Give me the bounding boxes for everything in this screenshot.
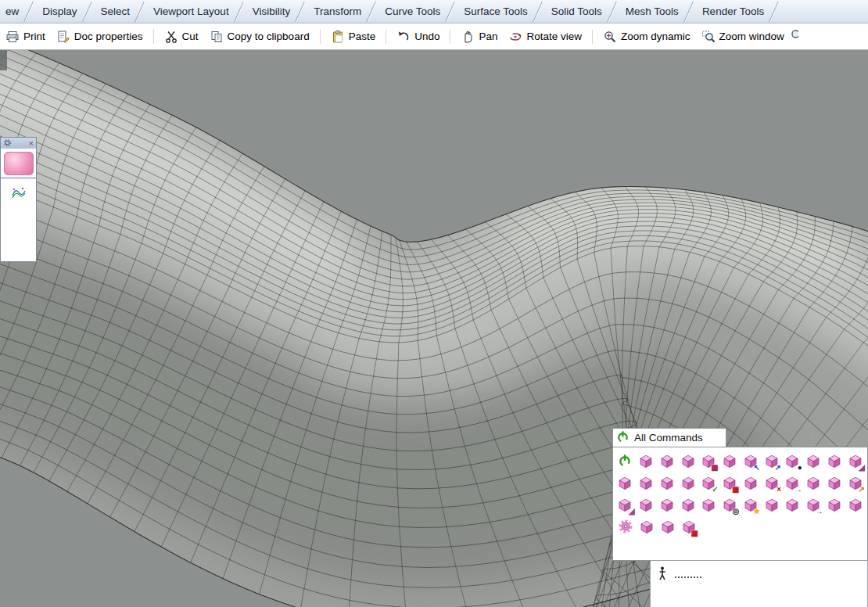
- copy-icon: [210, 30, 224, 44]
- tab-display[interactable]: Display: [30, 0, 88, 23]
- tab-render-tools-label: Render Tools: [702, 5, 764, 17]
- command-icon-mesh-dense-box[interactable]: [719, 450, 741, 472]
- command-icon-mesh-grid[interactable]: ▦: [719, 472, 741, 494]
- command-icon-mesh-pencil[interactable]: [803, 472, 824, 494]
- command-icon-mesh-plane[interactable]: [615, 472, 636, 494]
- all-commands-panel: ▦↖↗●◢✓▦×→↗◢◎★→▦: [612, 447, 868, 561]
- command-icon-mesh-sweep[interactable]: [636, 494, 657, 515]
- command-icon-edit-mesh[interactable]: →: [782, 472, 803, 494]
- zoom-window-button[interactable]: Zoom window: [696, 30, 790, 44]
- main-toolbar: Print Doc properties Cut Copy to clipboa…: [0, 23, 868, 50]
- command-icon-mesh-shear[interactable]: [824, 494, 845, 515]
- dock-icon-curves[interactable]: [4, 182, 34, 206]
- command-icon-mesh-arch[interactable]: [824, 450, 845, 472]
- zoom-icon-partial[interactable]: [790, 28, 798, 45]
- toolbar-separator: [450, 30, 450, 44]
- command-icon-mesh-cylinder[interactable]: ▦: [698, 450, 719, 472]
- print-button[interactable]: Print: [0, 30, 51, 44]
- toolbar-separator: [320, 30, 321, 44]
- tab-visibility[interactable]: Visibility: [241, 0, 303, 23]
- printer-icon: [5, 30, 20, 44]
- pan-label: Pan: [479, 31, 497, 42]
- viewport-3d[interactable]: × All Commands ▦↖↗●◢✓▦×→↗◢◎★→▦: [0, 50, 868, 607]
- magnifier-window-icon: [701, 30, 716, 44]
- left-dock-panel-header[interactable]: ×: [1, 138, 36, 149]
- command-icon-mesh-tree[interactable]: [677, 494, 698, 515]
- tab-viewport-layout[interactable]: Viewport Layout: [142, 0, 241, 23]
- command-icon-mesh-slope[interactable]: ◢: [845, 450, 866, 472]
- copy-button[interactable]: Copy to clipboard: [204, 30, 315, 44]
- rhino-app-window: ew Display Select Viewport Layout Visibi…: [0, 0, 868, 607]
- undo-arrow-icon: [396, 30, 411, 44]
- command-icon-mesh-check[interactable]: ✓: [698, 472, 719, 494]
- cut-label: Cut: [182, 31, 199, 42]
- all-commands-row: ◢◎★→: [615, 494, 866, 515]
- paste-label: Paste: [349, 31, 376, 42]
- tab-solid-tools[interactable]: Solid Tools: [540, 0, 614, 23]
- command-icon-bend-mesh[interactable]: ↗: [761, 450, 782, 472]
- zoom-window-label: Zoom window: [719, 31, 784, 42]
- tab-render-tools[interactable]: Render Tools: [690, 0, 776, 23]
- dock-divider: [1, 177, 36, 179]
- doc-properties-button[interactable]: Doc properties: [51, 30, 149, 44]
- tab-select[interactable]: Select: [89, 0, 142, 23]
- tab-transform[interactable]: Transform: [302, 0, 373, 23]
- paste-button[interactable]: Paste: [325, 30, 382, 44]
- command-strip[interactable]: [650, 560, 868, 607]
- command-icon-mesh-stack[interactable]: [657, 515, 678, 537]
- command-icon-mesh-diamond[interactable]: [636, 472, 657, 494]
- command-icon-mesh-solid-box[interactable]: [657, 450, 678, 472]
- command-icon-mesh-face[interactable]: [803, 450, 824, 472]
- rotate-arrows-icon: [508, 30, 522, 44]
- cut-button[interactable]: Cut: [159, 30, 204, 44]
- rotate-view-label: Rotate view: [526, 31, 582, 42]
- command-icon-mesh-table[interactable]: [741, 472, 762, 494]
- command-icon-mesh-ridge[interactable]: [782, 494, 803, 515]
- tab-mesh-tools[interactable]: Mesh Tools: [614, 0, 690, 23]
- undo-button[interactable]: Undo: [391, 30, 445, 44]
- command-icon-mesh-target[interactable]: ◎: [719, 494, 741, 515]
- clipboard-icon: [331, 30, 345, 44]
- command-icon-mesh-column[interactable]: [677, 472, 698, 494]
- command-icon-mesh-corner[interactable]: ◢: [615, 494, 636, 515]
- pan-button[interactable]: Pan: [455, 30, 503, 44]
- tab-select-label: Select: [101, 5, 131, 17]
- command-icon-vertex-select[interactable]: ●: [782, 450, 803, 472]
- command-icon-mesh-sphere[interactable]: [677, 450, 698, 472]
- hand-icon: [461, 30, 475, 44]
- command-icon-mesh-patch[interactable]: ▦: [678, 515, 699, 537]
- tab-surface-tools[interactable]: Surface Tools: [452, 0, 540, 23]
- tab-view[interactable]: ew: [0, 0, 30, 23]
- command-icon-mesh-star[interactable]: ★: [741, 494, 762, 515]
- command-icon-mesh-rotate[interactable]: ↗: [845, 472, 866, 494]
- command-icon-mesh-shell[interactable]: [636, 515, 657, 537]
- viewport-corner-notch: [0, 50, 7, 70]
- tab-solid-tools-label: Solid Tools: [551, 5, 602, 17]
- toolbar-separator: [153, 30, 154, 44]
- tab-curve-tools-label: Curve Tools: [385, 5, 440, 17]
- macro-icon[interactable]: [657, 566, 669, 584]
- dock-icon-surface[interactable]: [4, 152, 34, 175]
- gear-icon[interactable]: [3, 136, 12, 150]
- close-icon[interactable]: ×: [29, 139, 34, 147]
- command-icon-mesh-pencil-curve[interactable]: [824, 472, 845, 494]
- command-icon-mesh-box[interactable]: [636, 450, 657, 472]
- tab-curve-tools[interactable]: Curve Tools: [373, 0, 452, 23]
- menu-tab-bar: ew Display Select Viewport Layout Visibi…: [0, 0, 868, 23]
- command-icon-mesh-gear[interactable]: [615, 515, 636, 537]
- command-icon-mesh-pull[interactable]: [657, 494, 678, 515]
- rotate-view-button[interactable]: Rotate view: [503, 30, 587, 44]
- toolbar-separator: [592, 30, 593, 44]
- tab-transform-label: Transform: [314, 5, 361, 17]
- zoom-dynamic-button[interactable]: Zoom dynamic: [597, 30, 696, 44]
- all-commands-titlebar[interactable]: All Commands: [612, 428, 726, 447]
- command-icon-mesh-flow[interactable]: →: [803, 494, 824, 515]
- command-icon-mesh-polygon[interactable]: [761, 494, 782, 515]
- command-icon-move-vertex[interactable]: ↖: [741, 450, 762, 472]
- command-icon-delete-mesh[interactable]: ×: [761, 472, 782, 494]
- left-dock-panel: ×: [0, 137, 37, 262]
- command-icon-toolbar-power[interactable]: [615, 450, 636, 472]
- command-icon-mesh-drape[interactable]: [657, 472, 678, 494]
- command-icon-mesh-twist[interactable]: [845, 494, 866, 515]
- command-icon-mesh-fan[interactable]: [698, 494, 719, 515]
